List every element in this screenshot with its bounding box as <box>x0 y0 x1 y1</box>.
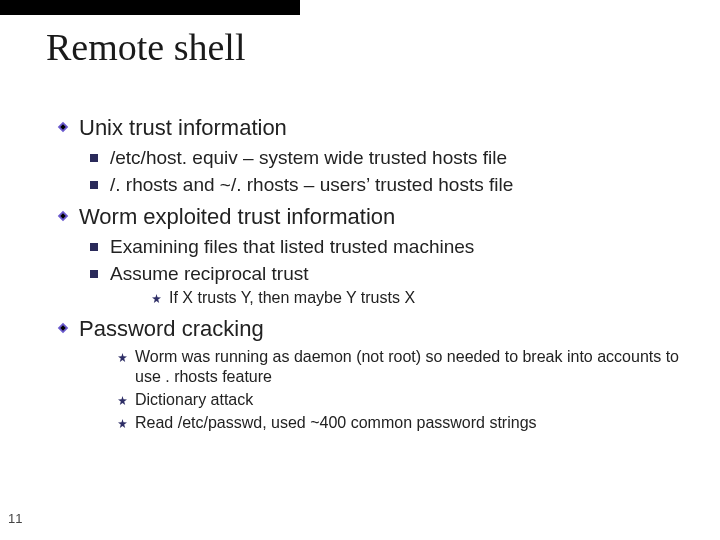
slide: Remote shell Unix trust information /etc… <box>0 0 720 540</box>
bullet-level3: Dictionary attack <box>118 390 696 411</box>
subsub-item: Worm was running as daemon (not root) so… <box>135 347 696 389</box>
slide-title: Remote shell <box>46 25 245 69</box>
square-bullet-icon <box>90 270 98 278</box>
sub-item: /. rhosts and ~/. rhosts – users’ truste… <box>110 173 513 197</box>
sublist: /etc/host. equiv – system wide trusted h… <box>90 146 696 198</box>
star-bullet-icon <box>118 419 127 428</box>
section-heading: Password cracking <box>79 315 264 343</box>
bullet-level2: Assume reciprocal trust <box>90 262 696 286</box>
sub-item: Examining files that listed trusted mach… <box>110 235 474 259</box>
square-bullet-icon <box>90 243 98 251</box>
sublist: Worm was running as daemon (not root) so… <box>90 347 696 434</box>
bullet-level1: Unix trust information <box>56 114 696 142</box>
subsub-item: Read /etc/passwd, used ~400 common passw… <box>135 413 537 434</box>
slide-body: Unix trust information /etc/host. equiv … <box>56 108 696 440</box>
page-number: 11 <box>8 511 22 526</box>
sub-item: Assume reciprocal trust <box>110 262 309 286</box>
sublist: Examining files that listed trusted mach… <box>90 235 696 309</box>
svg-marker-8 <box>118 396 127 405</box>
svg-marker-9 <box>118 419 127 428</box>
bullet-level1: Password cracking <box>56 315 696 343</box>
bullet-level2: Examining files that listed trusted mach… <box>90 235 696 259</box>
star-bullet-icon <box>118 396 127 405</box>
diamond-bullet-icon <box>56 209 70 223</box>
square-bullet-icon <box>90 154 98 162</box>
diamond-bullet-icon <box>56 321 70 335</box>
subsublist: Worm was running as daemon (not root) so… <box>118 347 696 434</box>
section-heading: Unix trust information <box>79 114 287 142</box>
top-accent-bar <box>0 0 300 15</box>
bullet-level3: If X trusts Y, then maybe Y trusts X <box>152 288 696 309</box>
section-heading: Worm exploited trust information <box>79 203 395 231</box>
diamond-bullet-icon <box>56 120 70 134</box>
svg-marker-4 <box>152 294 161 303</box>
svg-marker-7 <box>118 353 127 362</box>
sub-item: /etc/host. equiv – system wide trusted h… <box>110 146 507 170</box>
bullet-level2: /. rhosts and ~/. rhosts – users’ truste… <box>90 173 696 197</box>
star-bullet-icon <box>118 353 127 362</box>
square-bullet-icon <box>90 181 98 189</box>
star-bullet-icon <box>152 294 161 303</box>
bullet-level3: Worm was running as daemon (not root) so… <box>118 347 696 389</box>
subsub-item: Dictionary attack <box>135 390 253 411</box>
subsub-item: If X trusts Y, then maybe Y trusts X <box>169 288 415 309</box>
bullet-level3: Read /etc/passwd, used ~400 common passw… <box>118 413 696 434</box>
bullet-level2: /etc/host. equiv – system wide trusted h… <box>90 146 696 170</box>
bullet-level1: Worm exploited trust information <box>56 203 696 231</box>
subsublist: If X trusts Y, then maybe Y trusts X <box>152 288 696 309</box>
